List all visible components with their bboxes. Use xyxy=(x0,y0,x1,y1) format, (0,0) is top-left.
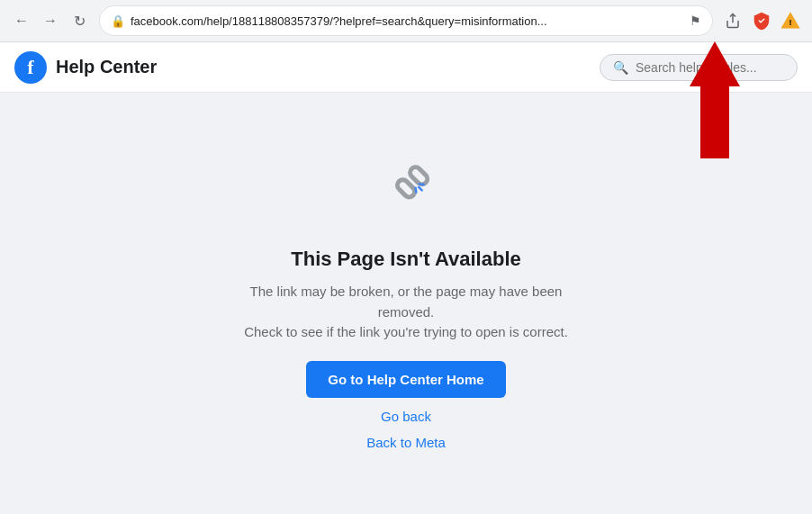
brave-shield-button[interactable] xyxy=(749,8,774,33)
search-input[interactable] xyxy=(636,60,780,75)
go-to-help-center-button[interactable]: Go to Help Center Home xyxy=(306,361,505,398)
page-wrapper: ← → ↻ 🔒 facebook.com/help/18811880835737… xyxy=(0,0,812,514)
go-back-link[interactable]: Go back xyxy=(381,409,431,424)
share-button[interactable] xyxy=(720,8,745,33)
search-bar[interactable]: 🔍 xyxy=(600,54,798,81)
browser-toolbar: ← → ↻ 🔒 facebook.com/help/18811880835737… xyxy=(0,0,812,41)
broken-link-icon xyxy=(370,158,442,230)
forward-button[interactable]: → xyxy=(38,8,63,33)
browser-actions: ! xyxy=(720,8,803,33)
svg-text:!: ! xyxy=(789,18,791,27)
page-content: This Page Isn't Available The link may b… xyxy=(0,93,812,514)
warning-button[interactable]: ! xyxy=(778,8,803,33)
error-description: The link may be broken, or the page may … xyxy=(235,282,577,343)
error-title: This Page Isn't Available xyxy=(291,248,520,271)
url-text: facebook.com/help/188118808357379/?helpr… xyxy=(131,14,684,28)
logo-area: f Help Center xyxy=(14,51,157,84)
back-button[interactable]: ← xyxy=(9,8,34,33)
browser-chrome: ← → ↻ 🔒 facebook.com/help/18811880835737… xyxy=(0,0,812,42)
page-header: f Help Center 🔍 xyxy=(0,42,812,93)
back-to-meta-link[interactable]: Back to Meta xyxy=(366,435,446,450)
search-icon: 🔍 xyxy=(613,60,628,75)
error-container: This Page Isn't Available The link may b… xyxy=(199,122,613,486)
help-center-title: Help Center xyxy=(56,57,157,77)
nav-buttons: ← → ↻ xyxy=(9,8,92,33)
bookmark-icon[interactable]: ⚑ xyxy=(690,14,701,28)
reload-button[interactable]: ↻ xyxy=(67,8,92,33)
lock-icon: 🔒 xyxy=(111,14,125,28)
facebook-logo[interactable]: f xyxy=(14,51,47,84)
svg-line-5 xyxy=(419,187,422,191)
address-bar[interactable]: 🔒 facebook.com/help/188118808357379/?hel… xyxy=(99,5,713,36)
